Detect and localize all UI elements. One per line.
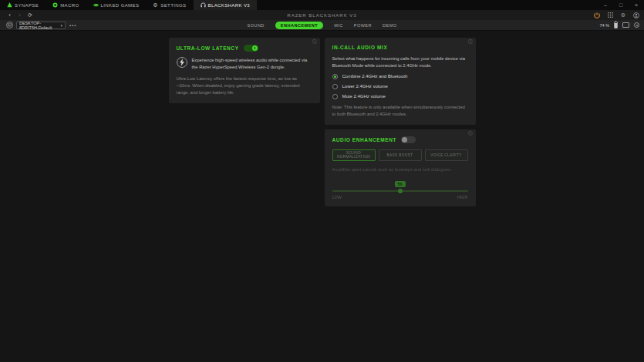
back-button[interactable]: ‹ — [5, 10, 15, 20]
titlebar: SYNAPSE MACRO LINKED GAMES ⚙ SETTINGS BL… — [0, 0, 644, 10]
toolbar-right: 74 % — [599, 22, 639, 28]
maximize-button[interactable]: □ — [613, 0, 629, 10]
audio-enhancement-desc: Amplifies quiet sounds such as footsteps… — [332, 166, 468, 173]
navbar-right-icons: ⚙ — [594, 12, 639, 18]
razer-logo-icon — [7, 2, 12, 8]
toolbar: DESKTOP-8DRIT5H-Default ▾ ••• SOUND ENHA… — [0, 20, 644, 31]
info-icon[interactable]: ⓘ — [312, 39, 317, 45]
tab-enhancement[interactable]: ENHANCEMENT — [275, 22, 323, 29]
close-button[interactable]: × — [629, 0, 644, 10]
window-controls: – □ × — [598, 0, 644, 10]
tab-linked-games-label: LINKED GAMES — [101, 3, 140, 8]
refresh-icon[interactable]: ⟳ — [25, 12, 35, 18]
section-tabs: SOUND ENHANCEMENT MIC POWER DEMO — [0, 22, 644, 29]
titlebar-spacer — [257, 0, 598, 10]
forward-button[interactable]: › — [15, 10, 25, 20]
chevron-down-icon: ▾ — [60, 23, 62, 28]
more-options-button[interactable]: ••• — [69, 23, 76, 28]
macro-icon — [52, 2, 58, 8]
tab-settings[interactable]: ⚙ SETTINGS — [146, 0, 193, 10]
audio-enhancement-body: SOUND NORMALIZATION BASS BOOST VOICE CLA… — [332, 149, 468, 199]
in-call-audio-mix-title: IN-CALL AUDIO MIX — [332, 45, 388, 50]
navbar: ‹ › ⟳ RAZER BLACKSHARK V3 ⚙ — [0, 10, 644, 20]
info-icon[interactable]: ⓘ — [468, 39, 473, 45]
ultra-low-latency-desc: Experience high-speed wireless audio whi… — [192, 57, 312, 71]
tab-macro[interactable]: MACRO — [46, 0, 86, 10]
ultra-low-latency-card: ⓘ ULTRA-LOW LATENCY Experience high-spee… — [169, 38, 320, 103]
battery-percent: 74 % — [599, 23, 609, 28]
tab-linked-games[interactable]: LINKED GAMES — [86, 0, 147, 10]
ultra-low-latency-toggle[interactable] — [244, 45, 258, 52]
tab-settings-label: SETTINGS — [160, 3, 186, 8]
slider-high-label: HIGH — [457, 195, 468, 199]
mode-sound-normalization-button[interactable]: SOUND NORMALIZATION — [332, 149, 376, 161]
tab-sound[interactable]: SOUND — [247, 23, 264, 28]
audio-enhancement-title: AUDIO ENHANCEMENT — [332, 137, 397, 142]
in-call-audio-mix-card: ⓘ IN-CALL AUDIO MIX Select what happens … — [325, 38, 476, 125]
tab-blackshark-v3-label: BLACKSHARK V3 — [208, 3, 251, 8]
minimize-button[interactable]: – — [598, 0, 613, 10]
tab-blackshark-v3[interactable]: BLACKSHARK V3 — [194, 0, 258, 10]
radio-icon — [332, 74, 338, 79]
tab-macro-label: MACRO — [60, 3, 79, 8]
in-call-audio-mix-desc: Select what happens for incoming calls f… — [332, 55, 468, 69]
radio-label: Mute 2.4GHz volume — [342, 94, 386, 99]
modules-grid-icon[interactable] — [607, 12, 613, 18]
slider-track[interactable] — [332, 190, 468, 192]
gear-icon: ⚙ — [153, 2, 158, 8]
page-title: RAZER BLACKSHARK V3 — [0, 13, 644, 18]
radio-option-mute[interactable]: Mute 2.4GHz volume — [332, 94, 468, 99]
settings-gear-icon[interactable]: ⚙ — [620, 12, 626, 18]
tab-mic[interactable]: MIC — [334, 23, 343, 28]
ultra-low-latency-title: ULTRA-LOW LATENCY — [177, 45, 239, 51]
main-content: ⓘ ULTRA-LOW LATENCY Experience high-spee… — [0, 31, 644, 206]
tab-demo[interactable]: DEMO — [383, 23, 397, 28]
dongle-icon — [622, 22, 629, 28]
audio-enhancement-toggle[interactable] — [401, 136, 416, 143]
headset-icon — [201, 2, 206, 8]
radio-option-combine[interactable]: Combine 2.4GHz and Bluetooth — [332, 74, 468, 79]
connection-status-icon[interactable] — [634, 22, 639, 28]
battery-icon — [614, 22, 618, 28]
ultra-low-latency-desc-secondary: Ultra-Low Latency offers the fastest res… — [177, 75, 312, 96]
profile-select[interactable]: DESKTOP-8DRIT5H-Default ▾ — [16, 22, 66, 29]
enhancement-slider: 50 LOW HIGH — [332, 181, 468, 199]
radio-icon — [332, 94, 338, 99]
account-avatar[interactable] — [633, 12, 639, 18]
app-tabs: SYNAPSE MACRO LINKED GAMES ⚙ SETTINGS BL… — [0, 0, 257, 10]
in-call-audio-mix-note: Note: This feature is only available whe… — [332, 104, 468, 118]
radio-option-lower[interactable]: Lower 2.4GHz volume — [332, 84, 468, 89]
mode-voice-clarity-button[interactable]: VOICE CLARITY — [425, 149, 468, 161]
tab-power[interactable]: POWER — [354, 23, 372, 28]
info-icon[interactable]: ⓘ — [468, 131, 473, 136]
radio-label: Combine 2.4GHz and Bluetooth — [342, 74, 408, 79]
hyperspeed-icon — [177, 57, 187, 68]
gamepad-icon — [93, 2, 99, 8]
power-icon[interactable] — [594, 12, 600, 18]
tab-synapse[interactable]: SYNAPSE — [0, 0, 46, 10]
mode-bass-boost-button[interactable]: BASS BOOST — [379, 149, 422, 161]
slider-value-badge: 50 — [394, 181, 405, 187]
slider-thumb[interactable] — [398, 189, 403, 193]
slider-low-label: LOW — [332, 195, 342, 199]
radio-icon — [332, 84, 338, 89]
radio-label: Lower 2.4GHz volume — [342, 84, 388, 89]
desktop-device-icon — [6, 22, 13, 28]
tab-synapse-label: SYNAPSE — [15, 3, 39, 8]
profile-select-value: DESKTOP-8DRIT5H-Default — [19, 21, 58, 30]
audio-enhancement-card: ⓘ AUDIO ENHANCEMENT SOUND NORMALIZATION … — [325, 129, 476, 206]
